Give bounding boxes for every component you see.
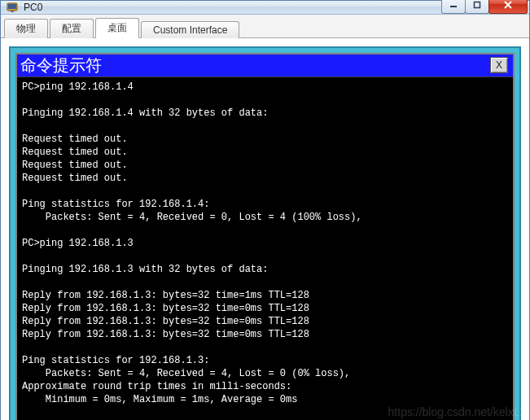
minimize-button[interactable] <box>441 0 466 14</box>
terminal-body[interactable]: PC>ping 192.168.1.4 Pinging 192.168.1.4 … <box>17 77 513 420</box>
desktop-frame: 命令提示符 X PC>ping 192.168.1.4 Pinging 192.… <box>9 46 521 420</box>
window-buttons <box>442 0 529 13</box>
terminal-close-button[interactable]: X <box>490 57 508 73</box>
tab-bar: 物理 配置 桌面 Custom Interface <box>1 15 529 38</box>
app-window: PC0 物理 配置 桌面 Custom Interface 命令提示符 X <box>0 0 530 420</box>
maximize-button[interactable] <box>465 0 489 14</box>
tab-config[interactable]: 配置 <box>50 19 94 38</box>
titlebar: PC0 <box>1 1 529 15</box>
close-button[interactable] <box>488 0 528 14</box>
svg-rect-1 <box>8 4 16 9</box>
tab-desktop[interactable]: 桌面 <box>95 18 139 38</box>
terminal-title: 命令提示符 <box>20 55 102 77</box>
terminal-titlebar: 命令提示符 X <box>17 55 513 77</box>
content-area: 命令提示符 X PC>ping 192.168.1.4 Pinging 192.… <box>1 38 529 420</box>
tab-physical[interactable]: 物理 <box>4 19 48 38</box>
window-title: PC0 <box>24 2 442 13</box>
svg-rect-4 <box>475 2 480 8</box>
svg-rect-2 <box>11 11 14 12</box>
terminal-window: 命令提示符 X PC>ping 192.168.1.4 Pinging 192.… <box>15 53 515 420</box>
app-icon <box>6 1 19 14</box>
tab-custom-interface[interactable]: Custom Interface <box>141 21 239 38</box>
